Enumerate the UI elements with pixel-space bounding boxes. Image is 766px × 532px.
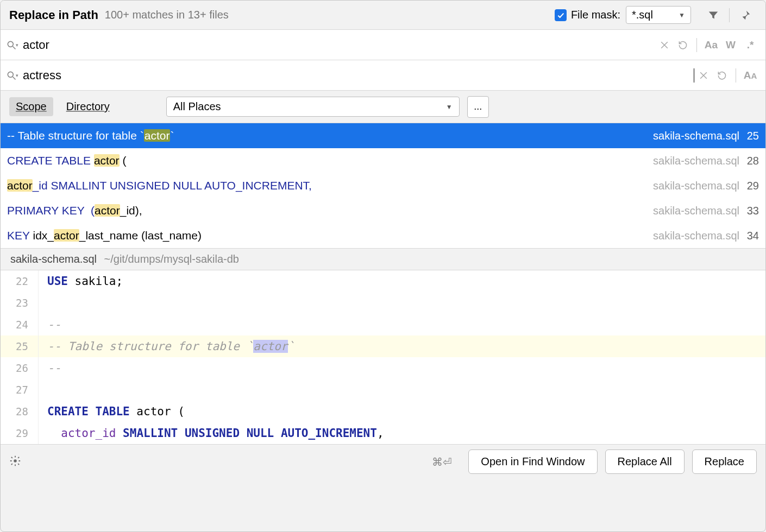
gutter-line-number: 27 <box>1 379 39 401</box>
search-input[interactable] <box>23 38 655 52</box>
chevron-down-icon: ▼ <box>446 103 453 111</box>
words-toggle[interactable]: W <box>721 39 740 51</box>
preview-path: ~/git/dumps/mysql-sakila-db <box>104 253 239 265</box>
file-mask-label: File mask: <box>571 9 620 21</box>
clear-search-icon[interactable] <box>655 40 674 50</box>
footer-bar: ⌘⏎ Open in Find Window Replace All Repla… <box>1 444 765 479</box>
scope-more-button[interactable]: ... <box>467 96 489 118</box>
clear-replace-icon[interactable] <box>694 70 713 81</box>
result-row[interactable]: CREATE TABLE actor (sakila-schema.sql28 <box>1 148 765 173</box>
result-line: 29 <box>744 180 759 192</box>
scope-bar: Scope Directory All Places ▼ ... <box>1 91 765 123</box>
result-file: sakila-schema.sql <box>653 130 739 142</box>
result-row[interactable]: actor_id SMALLINT UNSIGNED NULL AUTO_INC… <box>1 173 765 198</box>
preserve-case-toggle[interactable]: AA <box>740 69 760 81</box>
editor-line[interactable]: 22USE sakila; <box>1 270 765 292</box>
scope-value: All Places <box>173 100 221 113</box>
gutter-line-number: 23 <box>1 292 39 314</box>
svg-line-1 <box>13 46 16 49</box>
search-row: ▾ Aa W .* <box>1 30 765 60</box>
file-mask-checkbox[interactable] <box>555 9 567 21</box>
pin-icon[interactable] <box>737 9 754 21</box>
replace-button[interactable]: Replace <box>692 449 757 474</box>
separator <box>736 68 736 83</box>
result-row[interactable]: -- Table structure for table `actor`saki… <box>1 123 765 148</box>
preview-filename: sakila-schema.sql <box>10 253 97 265</box>
result-row[interactable]: PRIMARY KEY (actor_id),sakila-schema.sql… <box>1 198 765 223</box>
gutter-line-number: 28 <box>1 401 39 422</box>
svg-point-4 <box>8 72 13 77</box>
history-icon[interactable] <box>713 70 731 81</box>
result-line: 34 <box>744 230 759 242</box>
editor-code: -- <box>39 318 61 331</box>
svg-point-0 <box>8 41 13 47</box>
preview-editor[interactable]: 22USE sakila;2324--25-- Table structure … <box>1 270 765 444</box>
editor-code: actor_id SMALLINT UNSIGNED NULL AUTO_INC… <box>39 427 384 440</box>
gutter-line-number: 22 <box>1 270 39 292</box>
editor-line[interactable]: 24-- <box>1 314 765 335</box>
result-file: sakila-schema.sql <box>653 205 739 217</box>
regex-toggle[interactable]: .* <box>740 39 760 51</box>
replace-all-button[interactable]: Replace All <box>605 449 685 474</box>
gutter-line-number: 25 <box>1 335 39 357</box>
history-icon[interactable] <box>674 40 692 50</box>
preview-header: sakila-schema.sql ~/git/dumps/mysql-saki… <box>1 248 765 270</box>
gutter-line-number: 24 <box>1 314 39 335</box>
editor-code: -- Table structure for table `actor` <box>39 340 294 353</box>
chevron-down-icon: ▼ <box>679 11 685 19</box>
file-mask-select[interactable]: *.sql ▼ <box>626 6 691 24</box>
header-bar: Replace in Path 100+ matches in 13+ file… <box>1 1 765 30</box>
replace-input[interactable] <box>23 68 694 83</box>
editor-code: USE sakila; <box>39 275 123 288</box>
svg-line-5 <box>13 77 16 79</box>
result-file: sakila-schema.sql <box>653 180 739 192</box>
result-line: 28 <box>744 155 759 167</box>
replace-row: ▾ AA <box>1 60 765 91</box>
results-list: -- Table structure for table `actor`saki… <box>1 123 765 248</box>
filter-icon[interactable] <box>705 9 721 21</box>
editor-line[interactable]: 25-- Table structure for table `actor` <box>1 335 765 357</box>
gear-icon[interactable] <box>9 455 21 468</box>
open-find-window-button[interactable]: Open in Find Window <box>468 449 597 474</box>
shortcut-hint: ⌘⏎ <box>432 455 452 468</box>
match-count: 100+ matches in 13+ files <box>105 9 229 21</box>
result-line: 25 <box>744 130 759 142</box>
match-case-toggle[interactable]: Aa <box>701 39 721 51</box>
tab-directory[interactable]: Directory <box>60 97 116 116</box>
search-icon[interactable]: ▾ <box>6 40 18 50</box>
result-line: 33 <box>744 205 759 217</box>
separator <box>729 8 730 22</box>
tab-scope[interactable]: Scope <box>9 97 53 116</box>
search-icon[interactable]: ▾ <box>6 70 18 81</box>
scope-select[interactable]: All Places ▼ <box>166 97 460 117</box>
svg-point-8 <box>14 459 17 463</box>
editor-line[interactable]: 29 actor_id SMALLINT UNSIGNED NULL AUTO_… <box>1 422 765 444</box>
gutter-line-number: 29 <box>1 422 39 444</box>
editor-code: CREATE TABLE actor ( <box>39 405 185 418</box>
editor-line[interactable]: 27 <box>1 379 765 401</box>
editor-line[interactable]: 23 <box>1 292 765 314</box>
file-mask-value: *.sql <box>632 9 653 21</box>
result-row[interactable]: KEY idx_actor_last_name (last_name)sakil… <box>1 223 765 248</box>
editor-code: -- <box>39 362 61 375</box>
result-file: sakila-schema.sql <box>653 155 739 167</box>
editor-line[interactable]: 26-- <box>1 357 765 379</box>
gutter-line-number: 26 <box>1 357 39 379</box>
editor-line[interactable]: 28CREATE TABLE actor ( <box>1 401 765 422</box>
result-file: sakila-schema.sql <box>653 230 739 242</box>
dialog-title: Replace in Path <box>9 8 98 22</box>
separator <box>696 38 697 52</box>
